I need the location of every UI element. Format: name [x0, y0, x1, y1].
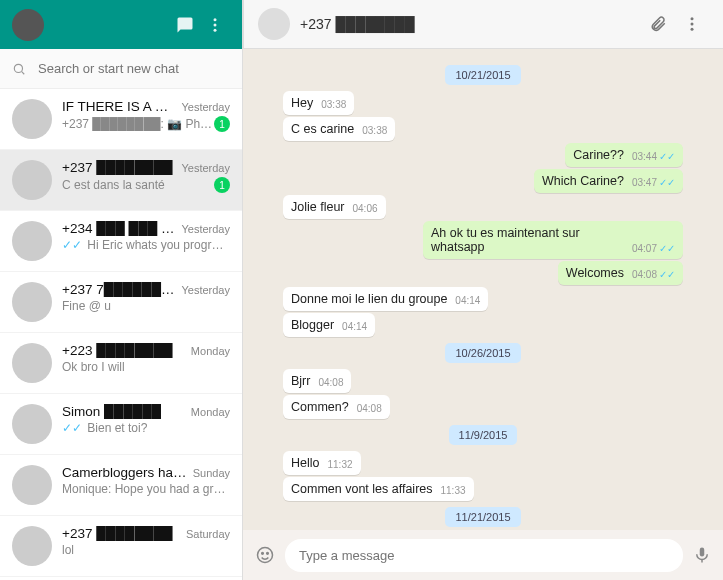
message-bubble[interactable]: C es carine 03:38	[283, 117, 395, 141]
chat-list-item[interactable]: +223 ████████ Monday Ok bro I will	[0, 333, 242, 394]
message-text: Bjrr	[291, 374, 310, 388]
chat-list[interactable]: IF THERE IS A MAN TO PR… Yesterday +237 …	[0, 89, 242, 580]
chat-title: +223 ████████	[62, 343, 173, 358]
message-text: Hello	[291, 456, 320, 470]
message-text: Ah ok tu es maintenant sur whatsapp	[431, 226, 624, 254]
svg-point-1	[214, 23, 217, 26]
chat-title: +237 ████████	[62, 160, 173, 175]
message-bubble[interactable]: Carine?? 03:44✓✓	[565, 143, 683, 167]
message-bubble[interactable]: Hey 03:38	[283, 91, 354, 115]
chat-preview: Fine @ u	[62, 299, 111, 313]
chat-list-item[interactable]: +237 ████████ Saturday lol	[0, 516, 242, 577]
message-time: 03:47✓✓	[632, 177, 675, 188]
message-time: 04:08	[318, 377, 343, 388]
conversation-header: +237 ████████	[243, 0, 723, 49]
menu-icon[interactable]	[200, 10, 230, 40]
chat-time: Saturday	[186, 528, 230, 540]
chat-time: Yesterday	[181, 162, 230, 174]
chat-avatar	[12, 343, 52, 383]
conversation-title: +237 ████████	[300, 16, 641, 32]
chat-time: Yesterday	[181, 223, 230, 235]
message-time: 04:08✓✓	[632, 269, 675, 280]
message-time: 04:08	[357, 403, 382, 414]
chat-time: Yesterday	[181, 101, 230, 113]
chat-list-item[interactable]: Camerbloggers hang outcry Sunday Monique…	[0, 455, 242, 516]
mic-icon[interactable]	[693, 546, 711, 564]
chat-time: Yesterday	[181, 284, 230, 296]
svg-point-0	[214, 18, 217, 21]
message-bubble[interactable]: Commen? 04:08	[283, 395, 390, 419]
message-time: 03:44✓✓	[632, 151, 675, 162]
chat-list-item[interactable]: Simon ██████ Monday ✓✓ Bien et toi?	[0, 394, 242, 455]
own-avatar[interactable]	[12, 9, 44, 41]
conversation-pane: +237 ████████ 10/21/2015 Hey 03:38 C es …	[243, 0, 723, 580]
chat-time: Monday	[191, 345, 230, 357]
message-outgoing: Carine?? 03:44✓✓	[283, 143, 683, 167]
search-bar	[0, 49, 242, 89]
chat-preview: Monique: Hope you had a great weekend	[62, 482, 230, 496]
message-bubble[interactable]: Bjrr 04:08	[283, 369, 351, 393]
message-incoming: Bjrr 04:08	[283, 369, 683, 393]
svg-point-9	[262, 553, 264, 555]
chat-time: Monday	[191, 406, 230, 418]
message-incoming: Donne moi le lien du groupe 04:14	[283, 287, 683, 311]
message-text: Commen vont les affaires	[291, 482, 433, 496]
message-incoming: Hey 03:38	[283, 91, 683, 115]
new-chat-icon[interactable]	[170, 10, 200, 40]
message-bubble[interactable]: Jolie fleur 04:06	[283, 195, 386, 219]
message-incoming: Commen? 04:08	[283, 395, 683, 419]
sidebar-header	[0, 0, 242, 49]
svg-point-5	[691, 17, 694, 20]
message-text: Donne moi le lien du groupe	[291, 292, 447, 306]
attach-icon[interactable]	[641, 9, 675, 39]
date-separator: 11/21/2015	[283, 507, 683, 527]
message-input[interactable]	[285, 539, 683, 572]
message-text: C es carine	[291, 122, 354, 136]
chat-avatar	[12, 160, 52, 200]
emoji-icon[interactable]	[255, 545, 275, 565]
chat-preview: +237 ████████: 📷 Photo	[62, 117, 214, 131]
message-bubble[interactable]: Welcomes 04:08✓✓	[558, 261, 683, 285]
unread-badge: 1	[214, 116, 230, 132]
message-text: Blogger	[291, 318, 334, 332]
message-text: Which Carine?	[542, 174, 624, 188]
chat-avatar	[12, 465, 52, 505]
chat-avatar	[12, 526, 52, 566]
chat-list-item[interactable]: +234 ███ ███ ████ Yesterday ✓✓ Hi Eric w…	[0, 211, 242, 272]
message-text: Welcomes	[566, 266, 624, 280]
chat-preview: lol	[62, 543, 74, 557]
message-bubble[interactable]: Hello 11:32	[283, 451, 361, 475]
chat-title: IF THERE IS A MAN TO PR…	[62, 99, 175, 114]
chat-list-item[interactable]: +237 ████████ Yesterday C est dans la sa…	[0, 150, 242, 211]
chat-time: Sunday	[193, 467, 230, 479]
search-input[interactable]	[38, 61, 230, 76]
chat-title: +234 ███ ███ ████	[62, 221, 175, 236]
svg-point-6	[691, 23, 694, 26]
chat-list-item[interactable]: IF THERE IS A MAN TO PR… Yesterday +237 …	[0, 89, 242, 150]
svg-point-10	[267, 553, 269, 555]
message-time: 11:32	[328, 459, 353, 470]
message-text: Hey	[291, 96, 313, 110]
message-list[interactable]: 10/21/2015 Hey 03:38 C es carine 03:38 C…	[243, 49, 723, 530]
chat-list-item[interactable]: +237 7████████ Yesterday Fine @ u	[0, 272, 242, 333]
message-time: 04:14	[455, 295, 480, 306]
message-bubble[interactable]: Blogger 04:14	[283, 313, 375, 337]
search-icon	[12, 62, 26, 76]
chat-title: Camerbloggers hang outcry	[62, 465, 187, 480]
date-separator: 10/21/2015	[283, 65, 683, 85]
message-text: Jolie fleur	[291, 200, 345, 214]
chat-avatar	[12, 221, 52, 261]
chat-preview: ✓✓ Hi Eric whats you program like? I'll …	[62, 238, 230, 252]
message-time: 04:06	[353, 203, 378, 214]
message-bubble[interactable]: Ah ok tu es maintenant sur whatsapp 04:0…	[423, 221, 683, 259]
contact-avatar[interactable]	[258, 8, 290, 40]
message-bubble[interactable]: Donne moi le lien du groupe 04:14	[283, 287, 488, 311]
message-incoming: Hello 11:32	[283, 451, 683, 475]
chat-title: +237 7████████	[62, 282, 175, 297]
message-incoming: Jolie fleur 04:06	[283, 195, 683, 219]
chat-title: +237 ████████	[62, 526, 173, 541]
message-time: 04:14	[342, 321, 367, 332]
message-bubble[interactable]: Commen vont les affaires 11:33	[283, 477, 474, 501]
message-bubble[interactable]: Which Carine? 03:47✓✓	[534, 169, 683, 193]
menu-icon[interactable]	[675, 9, 709, 39]
